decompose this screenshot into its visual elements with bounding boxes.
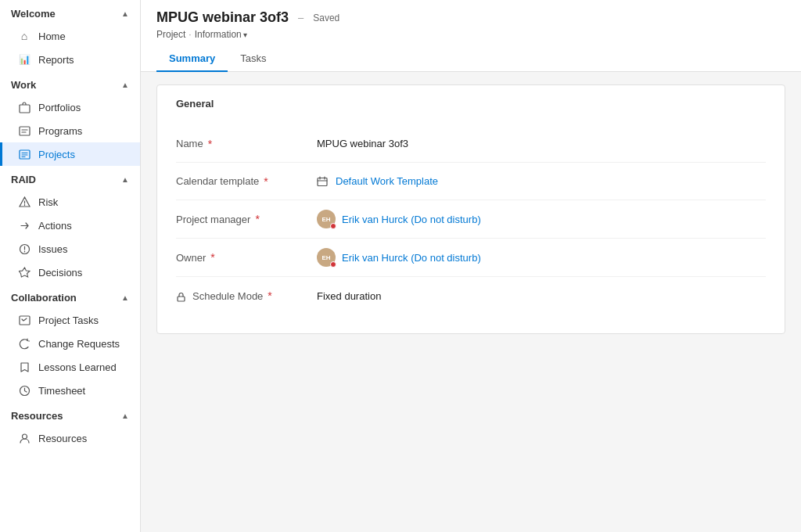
form-section-title: General xyxy=(176,98,766,113)
resources-icon xyxy=(18,432,31,444)
raid-chevron-icon: ▲ xyxy=(121,175,129,184)
form-card: General Name * MPUG webinar 3of3 Calenda… xyxy=(156,84,785,334)
breadcrumb-project[interactable]: Project xyxy=(156,29,185,40)
lock-icon xyxy=(176,289,186,301)
project-manager-avatar-inline: EH Erik van Hurck (Do not disturb) xyxy=(317,210,481,228)
raid-section-header[interactable]: RAID ▲ xyxy=(0,166,140,190)
issues-icon xyxy=(18,243,31,255)
content-area: General Name * MPUG webinar 3of3 Calenda… xyxy=(141,72,801,532)
work-section-header[interactable]: Work ▲ xyxy=(0,71,140,95)
calendar-template-link-wrapper: Default Work Template xyxy=(317,175,438,188)
tab-summary[interactable]: Summary xyxy=(156,46,228,72)
project-manager-avatar: EH xyxy=(317,210,336,228)
sidebar-item-resources[interactable]: Resources xyxy=(0,426,140,450)
page-header: MPUG webinar 3of3 – Saved Project · Info… xyxy=(141,0,801,72)
risk-icon xyxy=(18,196,31,208)
decisions-label: Decisions xyxy=(38,267,82,279)
project-manager-label: Project manager * xyxy=(176,213,317,225)
form-row-calendar-template: Calendar template * Default Work Templat… xyxy=(176,163,766,200)
sidebar-item-actions[interactable]: Actions xyxy=(0,214,140,237)
tab-tasks[interactable]: Tasks xyxy=(228,46,278,72)
risk-label: Risk xyxy=(38,196,58,208)
programs-label: Programs xyxy=(38,125,82,137)
form-row-project-manager: Project manager * EH Erik van Hurck (Do … xyxy=(176,200,766,239)
schedule-mode-value[interactable]: Fixed duration xyxy=(317,290,766,302)
sidebar-item-projects[interactable]: Projects xyxy=(0,142,140,166)
actions-label: Actions xyxy=(38,220,72,232)
projects-icon xyxy=(18,148,31,160)
resources-chevron-icon: ▲ xyxy=(121,412,129,420)
welcome-section-header[interactable]: Welcome ▲ xyxy=(0,0,140,24)
sidebar-item-programs[interactable]: Programs xyxy=(0,119,140,142)
sidebar-item-decisions[interactable]: Decisions xyxy=(0,261,140,284)
calendar-template-required-indicator: * xyxy=(264,175,268,188)
resources-label: Resources xyxy=(38,433,87,444)
calendar-template-link[interactable]: Default Work Template xyxy=(336,175,438,187)
collaboration-section-header[interactable]: Collaboration ▲ xyxy=(0,284,140,308)
breadcrumb: Project · Information ▾ xyxy=(156,29,785,40)
raid-label: RAID xyxy=(11,174,36,185)
tab-summary-label: Summary xyxy=(169,52,215,64)
owner-status-indicator xyxy=(330,261,336,268)
project-manager-required-indicator: * xyxy=(255,213,259,225)
tab-tasks-label: Tasks xyxy=(240,52,266,64)
breadcrumb-separator: · xyxy=(189,29,191,40)
owner-avatar-initials: EH xyxy=(321,254,330,261)
change-requests-label: Change Requests xyxy=(38,338,120,350)
programs-icon xyxy=(18,124,31,137)
sidebar-item-portfolios[interactable]: Portfolios xyxy=(0,95,140,119)
svg-rect-1 xyxy=(20,127,30,135)
breadcrumb-information-dropdown[interactable]: Information ▾ xyxy=(195,29,247,40)
avatar-initials: EH xyxy=(321,216,330,223)
project-tasks-label: Project Tasks xyxy=(38,315,99,326)
sidebar-item-reports[interactable]: Reports xyxy=(0,48,140,71)
timesheet-label: Timesheet xyxy=(38,385,85,397)
sidebar-item-project-tasks[interactable]: Project Tasks xyxy=(0,308,140,332)
resources-section-label: Resources xyxy=(11,410,63,422)
lessons-learned-icon xyxy=(18,361,31,373)
welcome-label: Welcome xyxy=(11,8,56,20)
sidebar-item-risk[interactable]: Risk xyxy=(0,190,140,214)
collaboration-chevron-icon: ▲ xyxy=(121,293,129,302)
sidebar-item-issues[interactable]: Issues xyxy=(0,237,140,261)
name-value[interactable]: MPUG webinar 3of3 xyxy=(317,138,766,149)
svg-rect-0 xyxy=(20,105,30,113)
form-row-schedule-mode: Schedule Mode * Fixed duration xyxy=(176,277,766,315)
page-title-row: MPUG webinar 3of3 – Saved xyxy=(156,9,785,26)
owner-link[interactable]: Erik van Hurck (Do not disturb) xyxy=(342,252,481,264)
project-manager-value[interactable]: EH Erik van Hurck (Do not disturb) xyxy=(317,210,766,228)
project-manager-link[interactable]: Erik van Hurck (Do not disturb) xyxy=(342,214,481,225)
owner-label: Owner * xyxy=(176,251,317,264)
owner-avatar: EH xyxy=(317,248,336,267)
portfolios-label: Portfolios xyxy=(38,102,81,113)
project-manager-status-indicator xyxy=(330,223,336,229)
resources-section-header[interactable]: Resources ▲ xyxy=(0,402,140,426)
actions-icon xyxy=(18,219,31,232)
form-row-name: Name * MPUG webinar 3of3 xyxy=(176,125,766,163)
timesheet-icon xyxy=(18,384,31,397)
collaboration-label: Collaboration xyxy=(11,292,77,304)
owner-avatar-inline: EH Erik van Hurck (Do not disturb) xyxy=(317,248,481,267)
calendar-template-value[interactable]: Default Work Template xyxy=(317,175,766,188)
saved-status: Saved xyxy=(313,13,339,23)
main-content: MPUG webinar 3of3 – Saved Project · Info… xyxy=(141,0,801,532)
change-requests-icon xyxy=(18,337,31,350)
sidebar-item-timesheet[interactable]: Timesheet xyxy=(0,379,140,402)
home-icon xyxy=(18,30,31,42)
sidebar-item-change-requests[interactable]: Change Requests xyxy=(0,332,140,355)
reports-label: Reports xyxy=(38,54,74,66)
projects-label: Projects xyxy=(38,149,75,160)
title-dash: – xyxy=(298,12,304,23)
sidebar: Welcome ▲ Home Reports Work ▲ Portfolios… xyxy=(0,0,141,532)
issues-label: Issues xyxy=(38,243,68,255)
sidebar-item-home[interactable]: Home xyxy=(0,24,140,48)
owner-value[interactable]: EH Erik van Hurck (Do not disturb) xyxy=(317,248,766,267)
schedule-mode-required-indicator: * xyxy=(268,289,271,302)
owner-required-indicator: * xyxy=(210,251,214,264)
portfolios-icon xyxy=(18,101,31,113)
work-label: Work xyxy=(11,79,36,91)
lessons-learned-label: Lessons Learned xyxy=(38,361,117,373)
sidebar-item-lessons-learned[interactable]: Lessons Learned xyxy=(0,355,140,379)
svg-rect-8 xyxy=(178,297,185,301)
breadcrumb-chevron-down-icon: ▾ xyxy=(243,31,247,39)
